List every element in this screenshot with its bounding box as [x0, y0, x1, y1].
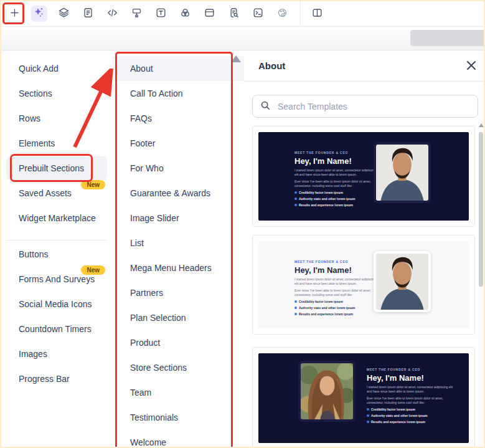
- bullet-dot-icon: [367, 414, 369, 417]
- bullet-dot-icon: [294, 300, 297, 303]
- card-bullet: Authority stats and other lorem ipsum: [371, 414, 428, 417]
- theme-palette-button[interactable]: [274, 6, 290, 22]
- card-bullet: Authority stats and other lorem ipsum: [299, 306, 356, 310]
- browser-card-icon: [204, 7, 215, 21]
- page-builder-window: Quick Add Sections Rows Elements Prebuil…: [0, 0, 485, 448]
- category-faqs[interactable]: FAQs: [112, 106, 244, 131]
- close-panel-button[interactable]: [466, 60, 477, 71]
- prebuilt-categories-list: About Call To Action FAQs Footer For Who…: [112, 50, 245, 447]
- colors-button[interactable]: [177, 6, 193, 22]
- category-footer[interactable]: Footer: [112, 131, 244, 156]
- document-icon: [82, 7, 94, 21]
- secondary-toolbar: [1, 27, 484, 50]
- typography-button[interactable]: [153, 6, 169, 22]
- card-bullet: Results and experience lorem ipsum: [299, 203, 353, 207]
- category-image-slider[interactable]: Image Slider: [112, 206, 244, 231]
- template-card-about-dark[interactable]: MEET THE FOUNDER & CEO Hey, I'm Name! I …: [252, 126, 475, 227]
- text-icon: [155, 7, 167, 21]
- card-heading: Hey, I'm Name!: [367, 373, 454, 383]
- sidebar-item-widget-marketplace[interactable]: Widget Marketplace: [1, 206, 112, 231]
- sparkles-icon: [34, 7, 45, 21]
- code-icon: [106, 7, 118, 21]
- scroll-up-arrow[interactable]: [231, 55, 241, 62]
- category-plan-selection[interactable]: Plan Selection: [112, 305, 244, 330]
- search-icon: [260, 100, 270, 113]
- sidebar-item-social-media-icons[interactable]: Social Media Icons: [1, 292, 112, 317]
- category-about[interactable]: About: [112, 56, 244, 81]
- page-seo-button[interactable]: [225, 6, 242, 22]
- category-team[interactable]: Team: [112, 380, 244, 405]
- scrollbar-thumb[interactable]: [479, 132, 483, 287]
- sidebar-item-countdown-timers[interactable]: Countdown Timers: [1, 317, 112, 341]
- sidebar-item-sections[interactable]: Sections: [1, 81, 112, 106]
- sidebar-item-prebuilt-sections[interactable]: Prebuilt Sections: [1, 156, 112, 181]
- sidebar-item-buttons[interactable]: Buttons: [1, 242, 112, 267]
- category-guarantee-awards[interactable]: Guarantee & Awards: [112, 181, 244, 206]
- founder-photo: [374, 142, 431, 203]
- scrollbar-up-arrow[interactable]: [479, 123, 484, 127]
- card-copy: MEET THE FOUNDER & CEO Hey, I'm Name! I …: [367, 368, 454, 424]
- split-view-icon: [311, 7, 323, 21]
- blend-circles-icon: [179, 7, 191, 21]
- ai-assistant-button[interactable]: [31, 6, 47, 22]
- sidebar-item-images[interactable]: Images: [1, 341, 112, 366]
- sidebar-item-quick-add[interactable]: Quick Add: [1, 56, 112, 81]
- card-eyebrow: MEET THE FOUNDER & CEO: [367, 368, 454, 371]
- add-sidebar: Quick Add Sections Rows Elements Prebuil…: [1, 50, 113, 447]
- bullet-dot-icon: [294, 313, 297, 315]
- search-input[interactable]: [276, 101, 470, 112]
- category-testimonials[interactable]: Testimonials: [112, 405, 244, 430]
- panel-title: About: [258, 50, 285, 81]
- panel-scrollbar[interactable]: [478, 120, 484, 447]
- card-bullet: Credibility factor lorem ipsum: [299, 300, 343, 303]
- browser-settings-button[interactable]: [201, 6, 217, 22]
- bullet-dot-icon: [294, 307, 297, 309]
- card-bullet: Results and experience lorem ipsum: [371, 420, 425, 424]
- card-paragraph: I started lorem ipsum dolor sit amet, co…: [294, 277, 378, 285]
- sidebar-item-forms-and-surveys[interactable]: Forms And Surveys: [1, 267, 112, 292]
- template-card-about-light[interactable]: MEET THE FOUNDER & CEO Hey, I'm Name! I …: [252, 235, 475, 335]
- sidebar-item-rows[interactable]: Rows: [1, 106, 112, 131]
- page-outline-button[interactable]: [80, 6, 96, 22]
- templates-panel: About MEET THE FOUNDER & CEO Hey, I'm Na…: [244, 50, 484, 447]
- split-view-button[interactable]: [309, 6, 325, 22]
- layers-button[interactable]: [55, 6, 72, 22]
- category-welcome[interactable]: Welcome: [112, 430, 244, 448]
- bullet-dot-icon: [367, 421, 369, 423]
- category-mega-menu-headers[interactable]: Mega Menu Headers: [112, 255, 244, 280]
- card-paragraph: I started lorem ipsum dolor sit amet, co…: [294, 168, 378, 176]
- category-call-to-action[interactable]: Call To Action: [112, 81, 244, 106]
- template-card-about-dark-reversed[interactable]: MEET THE FOUNDER & CEO Hey, I'm Name! I …: [252, 347, 475, 448]
- sidebar-item-saved-assets[interactable]: Saved Assets: [1, 181, 112, 206]
- terminal-icon: [252, 7, 264, 21]
- category-list[interactable]: List: [112, 231, 244, 255]
- card-bullet: Authority stats and other lorem ipsum: [299, 197, 356, 201]
- toolbar-divider: [300, 1, 301, 26]
- bullet-dot-icon: [294, 191, 297, 194]
- category-product[interactable]: Product: [112, 330, 244, 355]
- page-search-icon: [228, 7, 240, 21]
- card-heading: Hey, I'm Name!: [294, 265, 378, 275]
- code-button[interactable]: [104, 6, 120, 22]
- terminal-button[interactable]: [250, 6, 266, 22]
- palette-icon: [276, 7, 288, 21]
- add-element-button[interactable]: [6, 5, 23, 22]
- blurred-action-button[interactable]: [410, 30, 484, 46]
- category-partners[interactable]: Partners: [112, 280, 244, 305]
- sidebar-item-elements[interactable]: Elements: [1, 131, 112, 156]
- style-button[interactable]: [128, 6, 144, 22]
- plus-icon: [9, 7, 21, 21]
- card-paragraph: Ever since I've been able to lorem ipsum…: [367, 396, 454, 404]
- card-copy: MEET THE FOUNDER & CEO Hey, I'm Name! I …: [294, 151, 378, 207]
- card-paragraph: Ever since I've been able to lorem ipsum…: [294, 179, 378, 188]
- bullet-dot-icon: [294, 204, 297, 206]
- category-store-sections[interactable]: Store Sections: [112, 355, 244, 380]
- card-copy: MEET THE FOUNDER & CEO Hey, I'm Name! I …: [294, 260, 378, 316]
- founder-photo: [374, 251, 431, 312]
- bullet-dot-icon: [367, 408, 369, 411]
- close-icon: [466, 62, 477, 73]
- panel-header: About: [244, 50, 484, 82]
- card-bullet: Results and experience lorem ipsum: [299, 312, 353, 316]
- sidebar-item-progress-bar[interactable]: Progress Bar: [1, 366, 112, 391]
- category-for-who[interactable]: For Who: [112, 156, 244, 181]
